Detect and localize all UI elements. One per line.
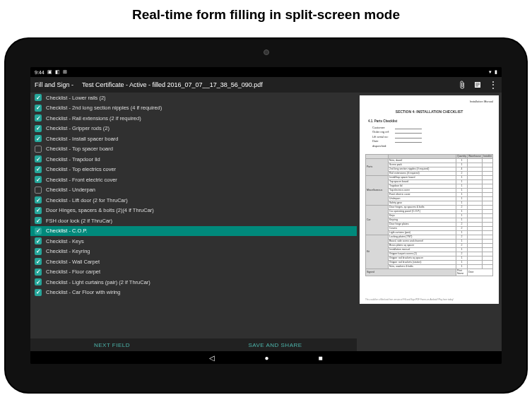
checkbox-icon[interactable]: [35, 146, 42, 153]
document-title: Test Certificate - Active - filled 2016_…: [82, 81, 263, 88]
status-icon-3: ⊞: [63, 69, 67, 75]
checklist-label: Checklist - Gripper rods (2): [46, 125, 110, 131]
checklist-label: Door Hinges, spacers & bolts (2)(4 if Th…: [46, 207, 154, 213]
save-share-button[interactable]: SAVE AND SHARE: [194, 338, 357, 351]
form-icon[interactable]: [473, 81, 482, 89]
svg-rect-2: [475, 85, 480, 85]
checklist-row[interactable]: FSH door lock (2 if ThruCar): [30, 216, 357, 226]
checkbox-icon[interactable]: [35, 135, 42, 142]
checklist-label: Checklist - Top spacer board: [46, 146, 113, 152]
checklist-row[interactable]: Checklist - Car Floor with wiring: [30, 288, 357, 298]
checklist-row[interactable]: Checklist - Lift door (2 for ThruCar): [30, 195, 357, 206]
checklist-row[interactable]: Door Hinges, spacers & bolts (2)(4 if Th…: [30, 206, 357, 216]
pdf-form-fields: Customer:Order reg ref:Lift serial no:Da…: [372, 126, 493, 148]
checklist-row[interactable]: Checklist - Install spacer board: [30, 134, 357, 144]
status-bar: 9:44 ▣ ◧ ⊞ ▾ ▮: [30, 67, 502, 77]
battery-icon: ▮: [495, 69, 497, 75]
app-name: Fill and Sign -: [35, 81, 73, 88]
tablet-frame: 9:44 ▣ ◧ ⊞ ▾ ▮ Fill and Sign - Test Cert…: [6, 39, 526, 392]
checklist-row[interactable]: Checklist - Light curtains (pair) (2 if …: [30, 277, 357, 288]
checkbox-icon[interactable]: [35, 228, 42, 235]
checklist-row[interactable]: Checklist - Rail extensions (2 if requir…: [30, 113, 357, 124]
pdf-preview[interactable]: Installation Manual SECTION 4: INSTALLAT…: [360, 95, 499, 304]
android-navbar: ◁ ● ■: [30, 351, 502, 364]
checklist-label: Checklist - 2nd long section nipples (4 …: [46, 105, 162, 111]
checklist-label: Checklist - Floor carpet: [46, 269, 100, 275]
checklist-label: Checklist - Car Floor with wiring: [46, 289, 120, 295]
checklist-row[interactable]: Checklist - Gripper rods (2): [30, 124, 357, 134]
checklist-label: Checklist - Keys: [46, 238, 84, 244]
nav-recent-icon[interactable]: ■: [319, 354, 323, 362]
overflow-menu-icon[interactable]: ⋮: [489, 81, 497, 89]
svg-rect-1: [475, 83, 480, 84]
status-icon-2: ◧: [55, 69, 60, 75]
checkbox-icon[interactable]: [35, 166, 42, 173]
checklist-label: FSH door lock (2 if ThruCar): [46, 218, 112, 224]
checklist-row[interactable]: Checklist - Top spacer board: [30, 144, 357, 155]
checkbox-icon[interactable]: [35, 114, 42, 122]
checklist-row[interactable]: Checklist - Trapdoor lid: [30, 154, 357, 165]
wifi-icon: ▾: [489, 69, 492, 75]
pdf-footer: This could be a filled and free version …: [365, 298, 493, 301]
checklist-row[interactable]: Checklist - Keys: [30, 236, 357, 247]
checklist-row[interactable]: Checklist - 2nd long section nipples (4 …: [30, 103, 357, 114]
checkbox-icon[interactable]: [35, 196, 42, 204]
checklist-label: Checklist - Lift door (2 for ThruCar): [46, 197, 128, 204]
pdf-table: QuantityWarehouseInstallerPartsNuts, dow…: [365, 154, 493, 276]
checklist-label: Checklist - Keyring: [46, 248, 90, 254]
checklist-row[interactable]: Checklist - Top electrics cover: [30, 165, 357, 175]
checklist[interactable]: Checklist - Lower rails (2)Checklist - 2…: [30, 93, 357, 338]
checklist-label: Checklist - Trapdoor lid: [46, 156, 100, 163]
status-icon-1: ▣: [47, 69, 52, 75]
pdf-subtitle: 4.1. Parts Checklist: [368, 119, 493, 123]
checkbox-icon[interactable]: [35, 217, 42, 224]
status-time: 9:44: [35, 70, 45, 75]
checkbox-icon[interactable]: [35, 248, 42, 255]
app-bar: Fill and Sign - Test Certificate - Activ…: [30, 77, 502, 93]
split-content: Checklist - Lower rails (2)Checklist - 2…: [30, 93, 502, 351]
checkbox-icon[interactable]: [35, 289, 42, 296]
nav-home-icon[interactable]: ●: [264, 354, 268, 362]
checkbox-icon[interactable]: [35, 176, 42, 183]
tablet-screen: 9:44 ▣ ◧ ⊞ ▾ ▮ Fill and Sign - Test Cert…: [30, 67, 502, 364]
right-pane: Installation Manual SECTION 4: INSTALLAT…: [357, 93, 502, 351]
checklist-row[interactable]: Checklist - Keyring: [30, 247, 357, 257]
checklist-label: Checklist - Light curtains (pair) (2 if …: [46, 279, 150, 285]
checklist-row[interactable]: Checklist - Floor carpet: [30, 267, 357, 278]
checkbox-icon[interactable]: [35, 187, 42, 194]
checklist-label: Checklist - C.O.P.: [46, 228, 88, 234]
checkbox-icon[interactable]: [35, 278, 42, 285]
checklist-row[interactable]: Checklist - Wall Carpet: [30, 256, 357, 267]
checklist-label: Checklist - Front electric cover: [46, 177, 117, 183]
checklist-row[interactable]: Checklist - Underpan: [30, 185, 357, 196]
checkbox-icon[interactable]: [35, 105, 42, 112]
page-caption: Real-time form filling in split-screen m…: [0, 0, 532, 23]
checkbox-icon[interactable]: [35, 269, 42, 276]
checklist-label: Checklist - Rail extensions (2 if requir…: [46, 115, 141, 122]
checkbox-icon[interactable]: [35, 207, 42, 214]
checklist-label: Checklist - Wall Carpet: [46, 259, 100, 265]
checkbox-icon[interactable]: [35, 155, 42, 163]
checkbox-icon[interactable]: [35, 258, 42, 265]
pdf-header: Installation Manual: [470, 100, 493, 103]
checklist-label: Checklist - Lower rails (2): [46, 95, 106, 101]
attachment-icon[interactable]: [458, 81, 466, 89]
nav-back-icon[interactable]: ◁: [209, 354, 215, 362]
checkbox-icon[interactable]: [35, 125, 42, 132]
checklist-label: Checklist - Install spacer board: [46, 136, 119, 142]
left-pane: Checklist - Lower rails (2)Checklist - 2…: [30, 93, 357, 351]
checklist-label: Checklist - Top electrics cover: [46, 166, 116, 172]
checkbox-icon[interactable]: [35, 94, 42, 101]
checkbox-icon[interactable]: [35, 237, 42, 244]
checklist-row[interactable]: Checklist - Front electric cover: [30, 175, 357, 185]
svg-rect-3: [475, 86, 478, 87]
tablet-camera: [264, 49, 269, 55]
next-field-button[interactable]: NEXT FIELD: [30, 338, 194, 351]
checklist-row[interactable]: Checklist - Lower rails (2): [30, 93, 357, 103]
bottom-buttons: NEXT FIELD SAVE AND SHARE: [30, 338, 357, 351]
checklist-label: Checklist - Underpan: [46, 187, 95, 193]
checklist-row[interactable]: Checklist - C.O.P.: [30, 226, 357, 237]
pdf-section-title: SECTION 4: INSTALLATION CHECKLIST: [365, 110, 493, 114]
